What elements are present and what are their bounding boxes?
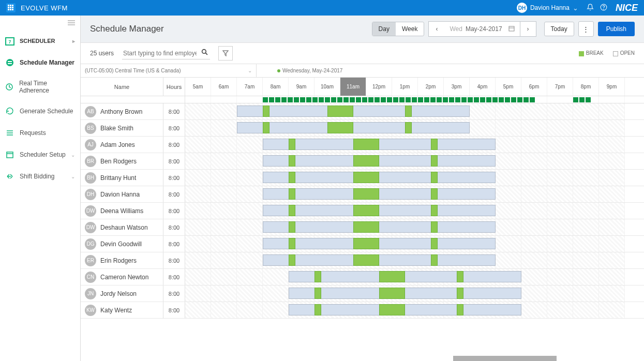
break-block[interactable] (457, 288, 463, 299)
employee-timeline[interactable] (185, 236, 644, 252)
break-block[interactable] (405, 122, 412, 133)
employee-name-cell[interactable]: ERErin Rodgers (81, 252, 163, 268)
hours-column-header[interactable]: Hours (163, 78, 185, 96)
sidebar-item-requests[interactable]: Requests (0, 122, 80, 144)
lunch-block[interactable] (353, 172, 379, 183)
lunch-block[interactable] (353, 188, 379, 200)
employee-timeline[interactable] (185, 120, 644, 136)
break-block[interactable] (289, 155, 295, 167)
employee-timeline[interactable] (185, 219, 644, 235)
employee-timeline[interactable] (185, 203, 644, 219)
search-icon[interactable] (201, 49, 208, 57)
timezone-selector[interactable]: (UTC-05:00) Central Time (US & Canada) ⌄ (81, 64, 257, 77)
search-input[interactable] (122, 48, 210, 59)
lunch-block[interactable] (353, 238, 379, 249)
employee-timeline[interactable] (185, 269, 644, 285)
sidebar-item-schedule-manager[interactable]: Schedule Manager (0, 52, 80, 73)
collapse-sidebar-button[interactable] (0, 16, 80, 30)
break-block[interactable] (431, 221, 438, 233)
view-week-button[interactable]: Week (396, 22, 424, 36)
horizontal-scrollbar[interactable] (453, 356, 557, 361)
employee-name-cell[interactable]: DGDevin Goodwill (81, 236, 163, 252)
break-block[interactable] (431, 238, 438, 249)
shift-block[interactable] (263, 155, 496, 167)
sidebar-item-generate-schedule[interactable]: Generate Schedule (0, 100, 80, 122)
lunch-block[interactable] (353, 139, 379, 150)
shift-block[interactable] (263, 188, 496, 200)
employee-name-cell[interactable]: DHDavion Hanna (81, 186, 163, 202)
shift-block[interactable] (263, 172, 496, 183)
break-block[interactable] (405, 106, 412, 117)
user-chevron-down-icon[interactable]: ⌄ (573, 4, 578, 12)
employee-name-cell[interactable]: BRBen Rodgers (81, 153, 163, 169)
employee-name-cell[interactable]: KWKaty Wentz (81, 302, 163, 318)
employee-timeline[interactable] (185, 252, 644, 268)
lunch-block[interactable] (327, 122, 353, 133)
employee-name-cell[interactable]: AJAdam Jones (81, 137, 163, 153)
today-button[interactable]: Today (544, 22, 574, 36)
break-block[interactable] (457, 304, 463, 315)
filter-button[interactable] (218, 46, 233, 61)
publish-button[interactable]: Publish (598, 22, 635, 36)
break-block[interactable] (289, 188, 295, 200)
break-block[interactable] (431, 188, 438, 200)
employee-timeline[interactable] (185, 302, 644, 318)
shift-block[interactable] (289, 304, 521, 315)
employee-name-cell[interactable]: BSBlake Smith (81, 120, 163, 136)
break-block[interactable] (263, 122, 269, 133)
shift-block[interactable] (263, 254, 496, 266)
break-block[interactable] (289, 221, 295, 233)
view-day-button[interactable]: Day (372, 22, 396, 36)
employee-timeline[interactable] (185, 103, 644, 119)
help-icon[interactable] (600, 4, 607, 12)
sidebar-section-scheduler[interactable]: 7 SCHEDULER ▸ (0, 30, 80, 52)
break-block[interactable] (457, 271, 463, 282)
shift-block[interactable] (263, 221, 496, 233)
break-block[interactable] (263, 106, 269, 117)
break-block[interactable] (314, 271, 321, 282)
break-block[interactable] (314, 304, 321, 315)
app-menu-icon[interactable] (6, 3, 16, 12)
shift-block[interactable] (289, 271, 521, 282)
sidebar-item-real-time-adherence[interactable]: Real Time Adherence (0, 73, 80, 100)
bell-icon[interactable] (587, 4, 594, 12)
break-block[interactable] (289, 254, 295, 266)
lunch-block[interactable] (379, 288, 405, 299)
break-block[interactable] (431, 155, 438, 167)
employee-timeline[interactable] (185, 153, 644, 169)
break-block[interactable] (431, 172, 438, 183)
employee-name-cell[interactable]: ABAnthony Brown (81, 103, 163, 119)
employee-name-cell[interactable]: JNJordy Nelson (81, 285, 163, 302)
break-block[interactable] (289, 139, 295, 150)
break-block[interactable] (289, 172, 295, 183)
employee-timeline[interactable] (185, 285, 644, 302)
break-block[interactable] (431, 139, 438, 150)
name-column-header[interactable]: Name (81, 78, 163, 96)
next-date-button[interactable]: › (520, 21, 536, 37)
lunch-block[interactable] (353, 221, 379, 233)
date-picker[interactable]: Wed May-24-2017 (444, 21, 519, 37)
employee-name-cell[interactable]: BHBrittany Hunt (81, 170, 163, 186)
lunch-block[interactable] (379, 271, 405, 282)
break-block[interactable] (314, 288, 321, 299)
user-avatar[interactable]: DH (517, 3, 527, 13)
employee-name-cell[interactable]: DWDeena Williams (81, 203, 163, 219)
break-block[interactable] (289, 205, 295, 216)
break-block[interactable] (431, 254, 438, 266)
shift-block[interactable] (237, 122, 470, 133)
lunch-block[interactable] (327, 106, 353, 117)
sidebar-item-scheduler-setup[interactable]: Scheduler Setup⌄ (0, 144, 80, 166)
employee-timeline[interactable] (185, 186, 644, 202)
shift-block[interactable] (263, 139, 496, 150)
shift-block[interactable] (289, 288, 521, 299)
shift-block[interactable] (263, 238, 496, 249)
sidebar-item-shift-bidding[interactable]: Shift Bidding⌄ (0, 166, 80, 187)
user-name[interactable]: Davion Hanna (530, 4, 570, 11)
employee-timeline[interactable] (185, 170, 644, 186)
employee-name-cell[interactable]: CNCameron Newton (81, 269, 163, 285)
break-block[interactable] (289, 238, 295, 249)
more-actions-button[interactable]: ⋮ (578, 21, 594, 37)
lunch-block[interactable] (353, 155, 379, 167)
break-block[interactable] (431, 205, 438, 216)
shift-block[interactable] (263, 205, 496, 216)
